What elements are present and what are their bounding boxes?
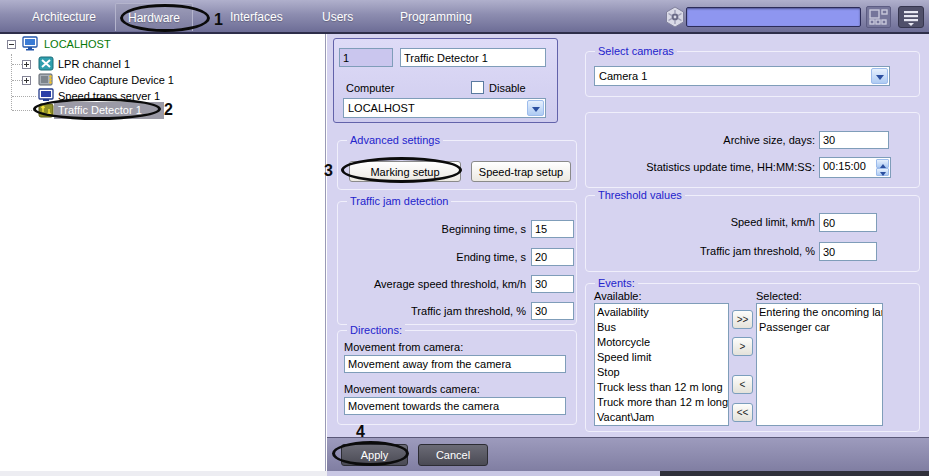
tree-item-label: Speed trans server 1 [58,90,160,102]
speed-limit-label: Speed limit, km/h [586,216,815,228]
window-edge [327,471,660,476]
tree-item-traffic-detector[interactable]: Traffic Detector 1 [58,104,142,116]
marking-setup-button[interactable]: Marking setup [349,161,461,182]
object-name-field[interactable] [400,48,546,67]
computer-select[interactable]: LOCALHOST [343,98,546,118]
application-window: Architecture Hardware Interfaces Users P… [0,0,929,476]
computer-select-value: LOCALHOST [348,102,415,114]
remove-event-button[interactable]: < [732,375,753,394]
list-item[interactable]: Truck more than 12 m long [595,395,728,410]
tab-interfaces[interactable]: Interfaces [230,10,283,24]
tab-users[interactable]: Users [322,10,353,24]
layout-grid-button[interactable] [866,6,891,28]
advanced-settings-group: Advanced settings Marking setup Speed-tr… [337,140,577,190]
tree-connector [12,110,36,111]
object-tree-panel: LOCALHOST LPR channel 1 Video Capture De… [0,34,326,471]
grid-layout-icon [867,7,890,27]
tree-item-lpr-channel[interactable]: LPR channel 1 [58,58,130,70]
movement-from-camera-label: Movement from camera: [344,341,463,353]
top-menu-bar: Architecture Hardware Interfaces Users P… [0,0,929,34]
list-item[interactable]: Bus [595,320,728,335]
menu-button[interactable] [898,6,924,28]
search-input[interactable] [686,7,861,27]
window-edge [660,471,929,476]
tab-hardware-active-box[interactable]: Hardware [115,3,193,31]
ending-time-label: Ending time, s [338,251,526,263]
average-speed-threshold-field[interactable] [531,275,574,293]
remove-all-events-button[interactable]: << [732,403,753,422]
list-item[interactable]: Passenger car [757,320,882,335]
statistics-update-time-field[interactable]: 00:15:00 [819,157,891,178]
statistics-update-time-label: Statistics update time, HH:MM:SS: [586,161,815,173]
group-title: Threshold values [595,189,685,202]
tab-programming[interactable]: Programming [400,10,472,24]
archive-settings-group: Archive size, days: Statistics update ti… [585,112,920,188]
speed-trap-setup-button[interactable]: Speed-trap setup [471,161,571,182]
add-all-events-button[interactable]: >> [732,310,753,329]
time-spinner[interactable] [876,159,889,176]
camera-select[interactable]: Camera 1 [594,66,890,86]
identification-box: Computer Disable LOCALHOST [333,38,558,123]
hexagon-nut-icon [664,6,686,28]
spinner-up-icon[interactable] [876,159,889,168]
object-id-field[interactable] [339,48,393,67]
group-title: Traffic jam detection [347,195,451,208]
tree-connector [12,64,22,65]
add-event-button[interactable]: > [732,337,753,356]
apply-button[interactable]: Apply [341,444,408,466]
window-edge [0,471,327,476]
settings-panel: Computer Disable LOCALHOST Advanced sett… [327,34,929,437]
tab-architecture[interactable]: Architecture [32,10,96,24]
speed-server-icon [38,88,54,103]
movement-towards-camera-field[interactable] [344,397,566,415]
tree-connector [11,54,12,110]
beginning-time-field[interactable] [531,220,574,238]
tree-item-label: Traffic Detector 1 [58,104,142,116]
beginning-time-label: Beginning time, s [338,223,526,235]
traffic-jam-detection-group: Traffic jam detection Beginning time, s … [337,201,577,325]
traffic-detector-icon [38,103,54,118]
speed-limit-field[interactable] [819,213,877,232]
expand-plus-icon[interactable] [22,60,31,69]
disable-checkbox[interactable] [471,81,484,94]
cancel-button[interactable]: Cancel [418,444,488,466]
movement-from-camera-field[interactable] [344,355,566,373]
hamburger-menu-icon [899,7,923,27]
list-item[interactable]: Motorcycle [595,335,728,350]
list-item[interactable]: Availability [595,305,728,320]
ending-time-field[interactable] [531,248,574,266]
tree-item-label: Video Capture Device 1 [58,74,174,86]
collapse-minus-icon[interactable] [7,40,16,49]
computer-icon [22,36,38,51]
spinner-down-icon[interactable] [876,168,889,177]
tree-connector [12,80,22,81]
camera-select-value: Camera 1 [599,70,647,82]
expand-plus-icon[interactable] [22,76,31,85]
tab-hardware[interactable]: Hardware [116,11,192,25]
list-item[interactable]: Stop [595,365,728,380]
list-item[interactable]: Speed limit [595,350,728,365]
archive-size-label: Archive size, days: [586,134,815,146]
archive-size-field[interactable] [819,131,889,149]
selected-events-list[interactable]: Entering the oncoming lane Passenger car [756,303,883,426]
chevron-down-icon[interactable] [527,100,544,116]
traffic-jam-threshold-label: Traffic jam threshold, % [338,305,526,317]
video-capture-icon [38,72,54,87]
group-title: Directions: [347,324,405,337]
tree-item-speed-trans-server[interactable]: Speed trans server 1 [58,90,160,102]
group-title: Events: [595,277,638,290]
traffic-jam-threshold-field[interactable] [531,302,574,320]
tree-connector [12,96,36,97]
list-item[interactable]: Vacant\Jam [595,410,728,425]
threshold-jam-field[interactable] [819,242,877,261]
tree-item-label: LOCALHOST [44,38,111,50]
list-item[interactable]: Truck less than 12 m long [595,380,728,395]
select-cameras-group: Select cameras Camera 1 [585,51,920,97]
tree-item-video-capture-device[interactable]: Video Capture Device 1 [58,74,174,86]
tree-item-localhost[interactable]: LOCALHOST [44,38,111,50]
chevron-down-icon[interactable] [871,68,888,84]
list-item[interactable]: Entering the oncoming lane [757,305,882,320]
available-events-list[interactable]: Availability Bus Motorcycle Speed limit … [594,303,729,426]
events-group: Events: Available: Selected: Availabilit… [585,283,920,432]
selected-label: Selected: [756,290,802,302]
